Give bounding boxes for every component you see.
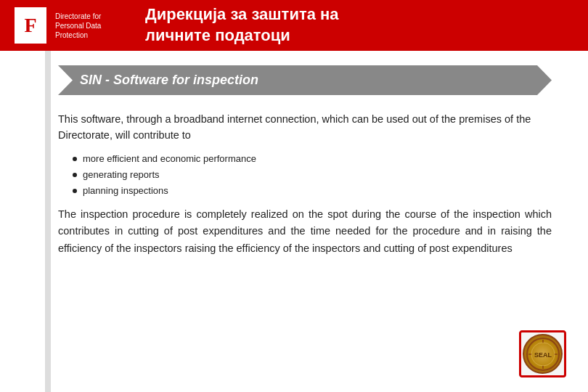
logo-line2: Personal Data bbox=[55, 21, 101, 30]
intro-paragraph: This software, through a broadband inter… bbox=[58, 111, 552, 144]
header-title-text: Дирекција за заштита на личните податоци bbox=[145, 4, 339, 46]
logo-text: Directorate for Personal Data Protection bbox=[55, 12, 101, 40]
bullet-list: more efficient and economic performance … bbox=[73, 151, 552, 199]
sin-banner-label: SIN - Software for inspection bbox=[80, 73, 258, 87]
logo-line1: Directorate for bbox=[55, 12, 101, 21]
seal-inner: SEAL bbox=[523, 334, 563, 374]
bullet-dot-icon bbox=[73, 173, 77, 177]
logo-line3: Protection bbox=[55, 30, 101, 40]
main-content: SIN - Software for inspection This softw… bbox=[0, 51, 588, 271]
sin-banner: SIN - Software for inspection bbox=[58, 65, 552, 95]
list-item: planning inspections bbox=[73, 183, 552, 199]
list-item: more efficient and economic performance bbox=[73, 151, 552, 167]
seal-icon: SEAL bbox=[526, 337, 560, 372]
svg-text:SEAL: SEAL bbox=[534, 351, 552, 359]
body-paragraph: The inspection procedure is completely r… bbox=[58, 206, 552, 257]
bullet-text-2: generating reports bbox=[83, 167, 160, 183]
seal-stamp: SEAL bbox=[519, 330, 566, 377]
bullet-dot-icon bbox=[73, 157, 77, 161]
list-item: generating reports bbox=[73, 167, 552, 183]
bullet-text-1: more efficient and economic performance bbox=[83, 151, 256, 167]
bullet-dot-icon bbox=[73, 189, 77, 193]
logo-letter: F bbox=[15, 7, 46, 44]
header-title: Дирекција за заштита на личните податоци bbox=[145, 0, 339, 51]
header: F Directorate for Personal Data Protecti… bbox=[0, 0, 588, 51]
logo-block: F Directorate for Personal Data Protecti… bbox=[15, 7, 101, 44]
left-accent-bar bbox=[45, 51, 51, 392]
bullet-text-3: planning inspections bbox=[83, 183, 168, 199]
